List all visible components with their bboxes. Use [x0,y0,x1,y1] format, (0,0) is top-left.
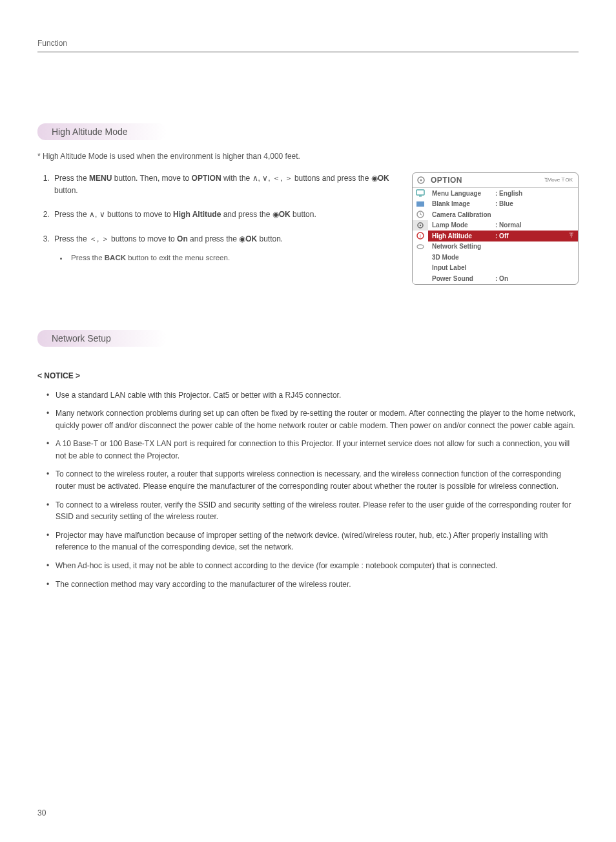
osd-row-label: Network Setting [432,243,495,250]
step-text: and press the ◉ [221,210,278,219]
osd-row-label: Menu Language [432,190,495,197]
osd-row-value: : Blue [495,200,513,207]
network-icon [413,241,428,252]
svg-rect-2 [416,190,424,195]
section-title-high-altitude: High Altitude Mode [37,123,167,140]
step-bold: On [177,234,188,243]
instruction-list: Press the MENU button. Then, move to OPT… [37,172,394,285]
notice-item: When Ad-hoc is used, it may not be able … [46,560,579,572]
osd-row[interactable]: Input Label [428,263,578,274]
svg-rect-4 [416,201,424,207]
osd-row-label: Power Sound [432,275,495,282]
step-text: button. [291,210,316,219]
svg-point-10 [417,245,424,249]
step-sub-bullet: Press the BACK button to exit the menu s… [68,252,394,263]
osd-row-label: Blank Image [432,200,495,207]
notice-list: Use a standard LAN cable with this Proje… [37,389,579,591]
osd-row[interactable]: Camera Calibration [428,209,578,220]
section-title-network-setup: Network Setup [37,330,167,347]
step-bold: OPTION [192,174,221,183]
step-text: and press the ◉ [188,234,245,243]
header-label: Function [37,39,579,48]
monitor-icon [413,188,428,199]
step-bold: High Altitude [173,210,221,219]
step-text: with the ∧, ∨, ＜, ＞ buttons and press th… [221,174,378,183]
osd-row[interactable]: High Altitude: Offꔉ [428,231,578,241]
step-text: button. [257,234,283,243]
gear-icon [415,176,427,185]
notice-item: To connect to a wireless router, verify … [46,499,579,523]
osd-row[interactable]: Power Sound: On [428,273,578,284]
step-text: button to exit the menu screen. [126,254,230,262]
osd-nav-hints: ꔂMove ꔉOK [544,177,573,183]
notice-item: Many network connection problems during … [46,407,579,431]
svg-text:i: i [420,233,421,239]
svg-point-1 [420,180,422,181]
osd-row-label: High Altitude [432,232,495,240]
osd-rows: Menu Language: EnglishBlank Image: BlueC… [428,188,578,284]
selected-indicator-icon: ꔉ [569,232,574,240]
svg-point-7 [420,225,421,226]
step-1: Press the MENU button. Then, move to OPT… [52,172,394,197]
notice-item: Projector may have malfunction because o… [46,529,579,553]
notice-item: To connect to the wireless router, a rou… [46,468,579,492]
step-text: button. Then, move to [112,174,191,183]
clock-icon [413,209,428,220]
step-bold: OK [279,210,291,219]
screen-icon [413,199,428,210]
osd-row[interactable]: Blank Image: Blue [428,199,578,210]
step-bold: BACK [105,254,126,262]
step-2: Press the ∧, ∨ buttons to move to High A… [52,209,394,221]
osd-row-value: : English [495,190,522,197]
osd-row-label: 3D Mode [432,254,495,261]
osd-row[interactable]: 3D Mode [428,252,578,263]
osd-row-value: : Normal [495,221,522,229]
step-text: Press the [54,174,89,183]
high-altitude-note: * High Altitude Mode is used when the en… [37,152,579,161]
gear-icon [413,220,428,231]
notice-item: A 10 Base-T or 100 Base-TX LAN port is r… [46,438,579,462]
step-bold: MENU [89,174,112,183]
osd-row-label: Input Label [432,264,495,271]
osd-header: OPTION ꔂMove ꔉOK [413,173,578,188]
osd-row[interactable]: Menu Language: English [428,188,578,199]
step-text: Press the ＜, ＞ buttons to move to [54,234,177,243]
osd-row-label: Camera Calibration [432,211,495,218]
step-text: Press the ∧, ∨ buttons to move to [54,210,173,219]
osd-title: OPTION [431,176,462,185]
header-rule [37,52,579,52]
osd-tab-icons: i [413,188,428,284]
osd-row-value: : On [495,275,508,282]
osd-row-label: Lamp Mode [432,221,495,229]
osd-row-value: : Off [495,232,509,240]
osd-panel: OPTION ꔂMove ꔉOK i Menu Language: Englis… [412,172,579,285]
osd-row[interactable]: Network Setting [428,241,578,252]
svg-rect-3 [419,196,422,197]
notice-item: Use a standard LAN cable with this Proje… [46,389,579,402]
info-icon: i [413,231,428,241]
page-number: 30 [37,808,46,817]
step-3: Press the ＜, ＞ buttons to move to On and… [52,233,394,264]
osd-row[interactable]: Lamp Mode: Normal [428,220,578,231]
step-bold: OK [245,234,257,243]
step-text: button. [54,186,78,195]
notice-item: The connection method may vary according… [46,579,579,591]
notice-heading: < NOTICE > [37,371,579,380]
step-bold: OK [378,174,389,183]
step-text: Press the [71,254,105,262]
